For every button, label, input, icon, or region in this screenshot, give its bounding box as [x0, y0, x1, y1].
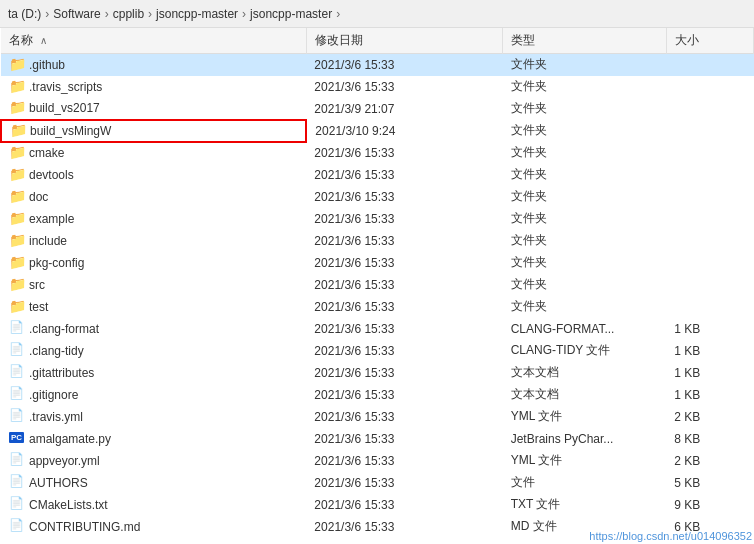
file-icon: 📄 — [9, 474, 25, 490]
file-icon: 📄 — [9, 386, 25, 402]
file-size — [666, 296, 753, 318]
folder-icon: 📁 — [9, 99, 25, 115]
file-name: AUTHORS — [29, 476, 88, 490]
file-name-cell: 📁.github — [1, 54, 306, 76]
table-row[interactable]: 📁build_vs20172021/3/9 21:07文件夹 — [1, 98, 754, 120]
file-type: 文件夹 — [503, 120, 667, 142]
table-row[interactable]: 📁build_vsMingW2021/3/10 9:24文件夹 — [1, 120, 754, 142]
breadcrumb-item-3[interactable]: jsoncpp-master — [156, 7, 238, 21]
file-size — [666, 54, 753, 76]
file-size: 9 KB — [666, 494, 753, 516]
table-row[interactable]: 📄appveyor.yml2021/3/6 15:33YML 文件2 KB — [1, 450, 754, 472]
file-name-cell: 📄AUTHORS — [1, 472, 306, 494]
file-name: amalgamate.py — [29, 432, 111, 446]
file-name: include — [29, 234, 67, 248]
folder-icon: 📁 — [9, 188, 25, 204]
file-modified: 2021/3/6 15:33 — [306, 318, 502, 340]
col-name[interactable]: 名称 ∧ — [1, 28, 306, 54]
folder-icon: 📁 — [9, 254, 25, 270]
table-row[interactable]: 📄CMakeLists.txt2021/3/6 15:33TXT 文件9 KB — [1, 494, 754, 516]
file-name: src — [29, 278, 45, 292]
table-row[interactable]: PCamalgamate.py2021/3/6 15:33JetBrains P… — [1, 428, 754, 450]
file-modified: 2021/3/6 15:33 — [306, 76, 502, 98]
file-name-cell: 📁cmake — [1, 142, 306, 164]
table-row[interactable]: 📁include2021/3/6 15:33文件夹 — [1, 230, 754, 252]
breadcrumb-bar: ta (D:) › Software › cpplib › jsoncpp-ma… — [0, 0, 754, 28]
table-row[interactable]: 📁test2021/3/6 15:33文件夹 — [1, 296, 754, 318]
file-name: test — [29, 300, 48, 314]
file-size: 1 KB — [666, 318, 753, 340]
file-name-cell: 📁build_vsMingW — [1, 120, 306, 142]
file-name: CMakeLists.txt — [29, 498, 108, 512]
table-row[interactable]: 📄AUTHORS2021/3/6 15:33文件5 KB — [1, 472, 754, 494]
file-name-cell: 📄CONTRIBUTING.md — [1, 516, 306, 538]
file-name-cell: PCamalgamate.py — [1, 428, 306, 450]
file-icon: 📄 — [9, 364, 25, 380]
file-icon: 📄 — [9, 452, 25, 468]
file-type: YML 文件 — [503, 406, 667, 428]
file-icon: 📄 — [9, 342, 25, 358]
breadcrumb-item-1[interactable]: Software — [53, 7, 100, 21]
file-name-cell: 📁.travis_scripts — [1, 76, 306, 98]
table-row[interactable]: 📁doc2021/3/6 15:33文件夹 — [1, 186, 754, 208]
file-size: 2 KB — [666, 406, 753, 428]
col-modified[interactable]: 修改日期 — [306, 28, 502, 54]
file-size — [666, 120, 753, 142]
file-type: 文件夹 — [503, 142, 667, 164]
file-type: 文件夹 — [503, 76, 667, 98]
breadcrumb-item-0[interactable]: ta (D:) — [8, 7, 41, 21]
file-modified: 2021/3/6 15:33 — [306, 494, 502, 516]
table-row[interactable]: 📄.gitattributes2021/3/6 15:33文本文档1 KB — [1, 362, 754, 384]
file-modified: 2021/3/6 15:33 — [306, 164, 502, 186]
col-size[interactable]: 大小 — [666, 28, 753, 54]
file-type: 文件夹 — [503, 164, 667, 186]
breadcrumb-sep-0: › — [45, 7, 49, 21]
breadcrumb-item-4[interactable]: jsoncpp-master — [250, 7, 332, 21]
file-icon: 📄 — [9, 496, 25, 512]
table-row[interactable]: 📄.gitignore2021/3/6 15:33文本文档1 KB — [1, 384, 754, 406]
file-name: .travis_scripts — [29, 80, 102, 94]
breadcrumb-sep-2: › — [148, 7, 152, 21]
file-name: .github — [29, 58, 65, 72]
file-name: CONTRIBUTING.md — [29, 520, 140, 534]
file-size — [666, 208, 753, 230]
file-name-cell: 📄.clang-format — [1, 318, 306, 340]
folder-icon: 📁 — [9, 232, 25, 248]
table-row[interactable]: 📄.travis.yml2021/3/6 15:33YML 文件2 KB — [1, 406, 754, 428]
table-row[interactable]: 📁pkg-config2021/3/6 15:33文件夹 — [1, 252, 754, 274]
file-name: .gitignore — [29, 388, 78, 402]
table-row[interactable]: 📁.github2021/3/6 15:33文件夹 — [1, 54, 754, 76]
file-name: .travis.yml — [29, 410, 83, 424]
table-row[interactable]: 📁example2021/3/6 15:33文件夹 — [1, 208, 754, 230]
file-modified: 2021/3/6 15:33 — [306, 54, 502, 76]
file-modified: 2021/3/6 15:33 — [306, 208, 502, 230]
table-row[interactable]: 📁src2021/3/6 15:33文件夹 — [1, 274, 754, 296]
file-icon: 📄 — [9, 408, 25, 424]
file-name-cell: 📁example — [1, 208, 306, 230]
file-name-cell: 📁test — [1, 296, 306, 318]
file-name: appveyor.yml — [29, 454, 100, 468]
file-size — [666, 164, 753, 186]
file-name: .clang-tidy — [29, 344, 84, 358]
table-row[interactable]: 📁.travis_scripts2021/3/6 15:33文件夹 — [1, 76, 754, 98]
file-modified: 2021/3/6 15:33 — [306, 516, 502, 538]
file-modified: 2021/3/6 15:33 — [306, 186, 502, 208]
file-modified: 2021/3/6 15:33 — [306, 296, 502, 318]
table-row[interactable]: 📁cmake2021/3/6 15:33文件夹 — [1, 142, 754, 164]
file-name-cell: 📄.travis.yml — [1, 406, 306, 428]
file-name-cell: 📄CMakeLists.txt — [1, 494, 306, 516]
file-type: 文件夹 — [503, 296, 667, 318]
folder-icon: 📁 — [9, 166, 25, 182]
breadcrumb-item-2[interactable]: cpplib — [113, 7, 144, 21]
table-row[interactable]: 📁devtools2021/3/6 15:33文件夹 — [1, 164, 754, 186]
breadcrumb-sep-1: › — [105, 7, 109, 21]
file-table: 名称 ∧ 修改日期 类型 大小 📁.github2021/3/6 15:33文件… — [0, 28, 754, 538]
table-row[interactable]: 📄.clang-tidy2021/3/6 15:33CLANG-TIDY 文件1… — [1, 340, 754, 362]
file-size — [666, 274, 753, 296]
file-type: 文件夹 — [503, 274, 667, 296]
file-type: 文件 — [503, 472, 667, 494]
table-row[interactable]: 📄.clang-format2021/3/6 15:33CLANG-FORMAT… — [1, 318, 754, 340]
file-name-cell: 📁pkg-config — [1, 252, 306, 274]
file-type: 文件夹 — [503, 98, 667, 120]
col-type[interactable]: 类型 — [503, 28, 667, 54]
